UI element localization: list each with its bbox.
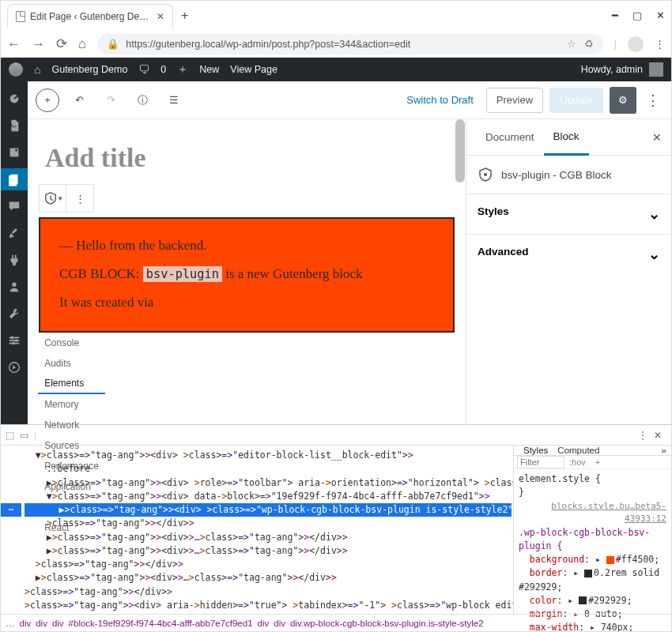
dom-node[interactable]: ▼>class>=>"tag-ang">><div> >class>=>"edi… — [25, 449, 512, 462]
howdy-text[interactable]: Howdy, admin — [581, 64, 643, 75]
subtab-more[interactable]: » — [662, 446, 666, 455]
subtab-computed[interactable]: Computed — [553, 446, 604, 455]
post-title-input[interactable]: Add title — [37, 137, 456, 184]
block-line-2: CGB BLOCK: bsv-plugin is a new Gutenberg… — [59, 266, 434, 282]
dom-node[interactable]: ▼>class>=>"tag-ang">><div> data->block>=… — [25, 490, 512, 503]
tab-document[interactable]: Document — [476, 119, 544, 156]
breadcrumb-item[interactable]: #block-19ef929f-f974-4bc4-afff-abb7e7cf9… — [69, 619, 253, 628]
settings-gear-button[interactable]: ⚙ — [610, 87, 636, 114]
update-button[interactable]: Update — [549, 88, 603, 113]
css-rule[interactable]: background: ▸ #ff4500; — [519, 553, 666, 566]
back-button[interactable]: ← — [7, 36, 21, 52]
dom-node[interactable]: ▶>class>=>"tag-ang">><div>>…>class>=>"ta… — [25, 544, 512, 558]
svg-point-10 — [11, 337, 14, 340]
bookmark-icon[interactable]: ☆ — [567, 38, 576, 50]
css-selector[interactable]: .wp-block-cgb-block-bsv-plugin { — [519, 526, 666, 554]
devtab-console[interactable]: Console — [38, 333, 105, 353]
close-window-button[interactable]: ✕ — [656, 9, 665, 22]
add-new-icon[interactable]: ＋ — [177, 62, 188, 77]
redo-button[interactable]: ↷ — [99, 88, 123, 112]
breadcrumb-item[interactable]: div — [20, 619, 32, 628]
preview-button[interactable]: Preview — [486, 88, 543, 113]
device-icon[interactable]: ▭ — [20, 430, 32, 441]
tab-block[interactable]: Block — [544, 119, 589, 156]
style-filter-input[interactable] — [517, 456, 564, 468]
profile-avatar[interactable] — [628, 36, 644, 52]
menu-plugins[interactable] — [1, 249, 28, 271]
menu-pages[interactable] — [1, 168, 28, 190]
browser-tab[interactable]: Edit Page ‹ Gutenberg Demo — ... ✕ — [7, 4, 173, 28]
dom-node[interactable]: >class>=>"tag-ang">></div>> — [25, 558, 512, 571]
css-rule[interactable]: color: ▸ #292929; — [519, 594, 666, 608]
bsv-plugin-block[interactable]: — Hello from the backend. CGB BLOCK: bsv… — [39, 217, 455, 333]
close-sidebar-icon[interactable]: ✕ — [652, 131, 662, 144]
devtab-elements[interactable]: Elements — [38, 374, 105, 394]
breadcrumb-item[interactable]: div.wp-block-cgb-block-bsv-plugin.is-sty… — [290, 619, 484, 628]
add-block-button[interactable]: + — [36, 88, 59, 112]
breadcrumb-item[interactable]: … — [6, 619, 15, 628]
dom-node[interactable]: >class>=>"tag-ang">></div>> — [25, 585, 512, 599]
site-name[interactable]: Gutenberg Demo — [51, 64, 127, 75]
add-style-button[interactable]: + — [595, 457, 600, 467]
dom-node[interactable]: ▶>class>=>"tag-ang">><div>>…>class>=>"ta… — [25, 571, 512, 585]
dom-breadcrumb[interactable]: …divdivdiv#block-19ef929f-f974-4bc4-afff… — [1, 614, 671, 631]
more-options-button[interactable]: ⋮ — [643, 92, 663, 109]
dom-node[interactable]: >class>=>"tag-ang">><div> aria->hidden>=… — [25, 599, 512, 612]
view-page-link[interactable]: View Page — [230, 64, 277, 75]
devtab-audits[interactable]: Audits — [38, 353, 105, 374]
dom-node[interactable]: ▶>class>=>"tag-ang">><div>>…>class>=>"ta… — [25, 531, 512, 544]
menu-comments[interactable] — [1, 195, 28, 217]
devtab-network[interactable]: Network — [38, 415, 105, 435]
switch-to-draft-button[interactable]: Switch to Draft — [400, 94, 480, 106]
dom-node[interactable]: >class>=>"tag-ang">></div>> — [25, 517, 512, 530]
reload-button[interactable]: ⟳ — [56, 36, 67, 52]
block-line-3: It was created via — [59, 295, 434, 310]
menu-settings[interactable] — [1, 329, 28, 352]
block-icon[interactable]: ▾ — [40, 185, 66, 212]
block-more-icon[interactable]: ⋮ — [66, 185, 93, 212]
info-button[interactable]: ⓘ — [130, 88, 154, 112]
breadcrumb-item[interactable]: div — [52, 619, 64, 628]
user-avatar[interactable] — [649, 62, 663, 77]
maximize-button[interactable]: ▢ — [632, 9, 642, 22]
devtools-more-icon[interactable]: ⋮ — [638, 430, 647, 441]
hov-toggle[interactable]: :hov — [569, 457, 586, 467]
breadcrumb-item[interactable]: div — [36, 619, 47, 628]
recycle-icon[interactable]: ♻ — [584, 38, 594, 50]
address-bar[interactable]: 🔒 https://gutenberg.local/wp-admin/post.… — [97, 34, 602, 55]
home-button[interactable]: ⌂ — [78, 36, 86, 52]
menu-collapse[interactable] — [1, 356, 28, 378]
devtools-close-icon[interactable]: ✕ — [649, 430, 666, 441]
close-tab-icon[interactable]: ✕ — [157, 11, 164, 22]
dom-node[interactable]: ▶>class>=>"tag-ang">><div> >role>=>"tool… — [25, 476, 512, 490]
source-link[interactable]: blocks.style.bu…beta5-43933:12 — [519, 500, 666, 526]
breadcrumb-item[interactable]: div — [274, 619, 285, 628]
forward-button[interactable]: → — [32, 36, 45, 52]
site-home-icon[interactable]: ⌂ — [34, 63, 40, 76]
new-label[interactable]: New — [199, 64, 219, 75]
breadcrumb-item[interactable]: div — [258, 619, 270, 628]
css-rule[interactable]: border: ▸ 0.2rem solid #292929; — [519, 566, 666, 594]
menu-posts[interactable] — [1, 115, 28, 137]
menu-media[interactable] — [1, 141, 28, 164]
dom-node[interactable]: ▶>class>=>"tag-ang">><div> >class>=>"wp-… — [25, 503, 512, 517]
inspect-icon[interactable]: ⬚ — [6, 430, 18, 441]
panel-advanced[interactable]: Advanced — [466, 234, 671, 274]
browser-menu-icon[interactable]: ⋮ — [655, 38, 665, 50]
element-style[interactable]: element.style { — [519, 472, 666, 486]
menu-dashboard[interactable] — [1, 88, 28, 110]
comments-icon[interactable]: 🗨 — [138, 63, 149, 76]
subtab-styles[interactable]: Styles — [519, 446, 553, 455]
dom-node[interactable]: ::before — [25, 462, 512, 476]
menu-tools[interactable] — [1, 303, 28, 325]
menu-appearance[interactable] — [1, 222, 28, 244]
devtab-memory[interactable]: Memory — [38, 394, 105, 415]
new-tab-button[interactable]: + — [173, 9, 196, 23]
undo-button[interactable]: ↶ — [67, 88, 91, 112]
panel-styles[interactable]: Styles — [466, 194, 671, 234]
minimize-button[interactable]: ━ — [612, 9, 618, 22]
menu-users[interactable] — [1, 276, 28, 298]
outline-button[interactable]: ☰ — [162, 88, 186, 112]
dom-tree[interactable]: ▼>class>=>"tag-ang">><div> >class>=>"edi… — [1, 446, 513, 614]
wordpress-logo-icon[interactable] — [9, 62, 23, 77]
